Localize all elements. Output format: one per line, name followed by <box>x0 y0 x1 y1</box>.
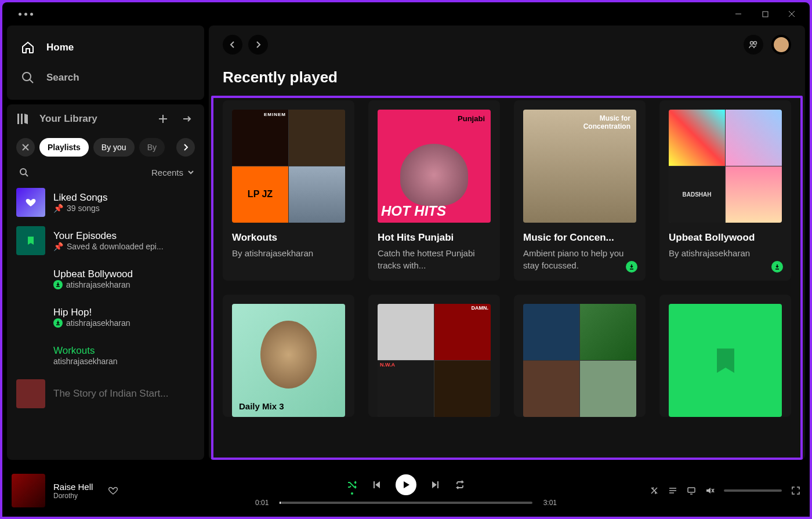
volume-slider[interactable] <box>724 489 782 492</box>
lib-item-meta: atishrajasekharan <box>66 318 130 328</box>
like-button[interactable] <box>108 485 118 496</box>
lib-item-story-indian[interactable]: The Story of Indian Start... <box>12 375 200 413</box>
card-music-concentration[interactable]: Music forConcentration Music for Concen.… <box>514 100 646 281</box>
card-title: Workouts <box>232 232 345 244</box>
progress-bar[interactable] <box>280 502 532 504</box>
lib-item-name: Workouts <box>53 345 195 357</box>
lyrics-button[interactable] <box>650 486 659 495</box>
sidebar: Home Search Your Library <box>7 26 204 460</box>
chips-next-button[interactable] <box>176 138 195 157</box>
downloaded-icon <box>626 261 637 273</box>
chip-playlists[interactable]: Playlists <box>39 138 89 157</box>
card-cover: Daily Mix 3 <box>232 304 345 417</box>
nav-search-label: Search <box>46 72 79 84</box>
card-your-episodes[interactable] <box>659 295 791 417</box>
player-center: 0:01 3:01 <box>209 474 603 507</box>
card-regional-mix[interactable] <box>514 295 646 417</box>
close-button[interactable] <box>778 2 805 26</box>
card-cover: Punjabi HOT HITS <box>378 110 491 223</box>
library-panel: Your Library Playlists By you By <box>7 104 204 460</box>
repeat-button[interactable] <box>455 480 465 490</box>
player-bar: Raise Hell Dorothy 0:01 3:01 <box>2 464 810 517</box>
library-search-button[interactable] <box>16 165 31 180</box>
create-playlist-button[interactable] <box>155 111 171 126</box>
back-button[interactable] <box>223 35 242 55</box>
next-button[interactable] <box>430 480 441 490</box>
shuffle-button[interactable] <box>347 480 357 490</box>
playlist-cover <box>16 379 45 408</box>
downloaded-icon <box>771 261 783 273</box>
topbar-right <box>744 35 791 55</box>
time-total: 3:01 <box>538 499 557 507</box>
lib-item-meta: atishrajasekharan <box>66 280 130 289</box>
lib-item-meta: 39 songs <box>67 204 100 213</box>
friend-activity-button[interactable] <box>744 35 763 55</box>
card-title: Music for Concen... <box>523 232 636 244</box>
expand-library-button[interactable] <box>180 111 195 126</box>
profile-avatar[interactable] <box>771 35 791 55</box>
card-title: Hot Hits Punjabi <box>378 232 491 244</box>
clear-filters-button[interactable] <box>16 138 35 157</box>
lib-item-your-episodes[interactable]: Your Episodes 📌Saved & downloaded epi... <box>12 222 200 260</box>
playlist-cover <box>16 341 45 370</box>
card-hot-hits-punjabi[interactable]: Punjabi HOT HITS Hot Hits Punjabi Catch … <box>368 100 500 281</box>
time-elapsed: 0:01 <box>255 499 274 507</box>
filter-chips: Playlists By you By <box>7 133 204 161</box>
sort-label: Recents <box>151 168 183 177</box>
queue-button[interactable] <box>668 486 677 495</box>
app-window: Home Search Your Library <box>2 2 810 517</box>
liked-songs-cover <box>16 188 45 217</box>
now-playing-artist[interactable]: Dorothy <box>53 492 93 500</box>
previous-button[interactable] <box>371 480 382 490</box>
forward-button[interactable] <box>248 35 268 55</box>
topbar <box>209 26 805 64</box>
minimize-button[interactable] <box>725 2 752 26</box>
play-button[interactable] <box>396 474 416 495</box>
card-upbeat-bollywood[interactable]: BADSHAH Upbeat Bollywood By atishrajasek… <box>659 100 791 281</box>
card-cover: Music forConcentration <box>523 110 636 223</box>
lib-item-name: Hip Hop! <box>53 307 195 318</box>
svg-point-4 <box>23 72 31 81</box>
mute-button[interactable] <box>705 486 715 495</box>
devices-button[interactable] <box>687 486 696 495</box>
card-workouts[interactable]: EMINEM LP JZ Workouts By atishrajasekhar… <box>223 100 354 281</box>
svg-point-12 <box>20 169 26 175</box>
card-mix-hiphop[interactable]: DAMN. N.W.A <box>368 295 500 417</box>
downloaded-icon <box>53 318 63 328</box>
card-cover: EMINEM LP JZ <box>232 110 345 223</box>
fullscreen-button[interactable] <box>791 486 800 495</box>
nav-search[interactable]: Search <box>12 63 200 93</box>
app-menu-button[interactable] <box>7 13 33 16</box>
now-playing-title[interactable]: Raise Hell <box>53 482 93 492</box>
lib-item-hip-hop[interactable]: Hip Hop! atishrajasekharan <box>12 298 200 336</box>
now-playing-cover[interactable] <box>12 474 45 507</box>
library-actions <box>155 111 195 126</box>
library-title-button[interactable]: Your Library <box>16 112 97 126</box>
card-cover <box>523 304 636 417</box>
chip-by[interactable]: By <box>139 138 165 157</box>
svg-rect-7 <box>21 114 23 124</box>
window-controls <box>725 2 805 26</box>
svg-rect-16 <box>688 488 695 492</box>
player-controls <box>347 474 465 495</box>
svg-line-5 <box>30 79 33 83</box>
lib-item-workouts[interactable]: Workouts atishrajasekharan <box>12 336 200 375</box>
lib-item-meta: Saved & downloaded epi... <box>67 242 164 251</box>
main-content: Recently played EMINEM LP JZ Workouts By… <box>209 26 805 460</box>
chip-by-you[interactable]: By you <box>93 138 135 157</box>
nav-panel: Home Search <box>7 26 204 100</box>
library-list[interactable]: Liked Songs 📌39 songs Your Episodes 📌Sav… <box>7 183 204 460</box>
search-icon <box>21 71 35 85</box>
maximize-button[interactable] <box>752 2 778 26</box>
card-daily-mix-3[interactable]: Daily Mix 3 <box>223 295 354 417</box>
nav-home[interactable]: Home <box>12 32 200 63</box>
titlebar <box>2 2 810 26</box>
library-search-row: Recents <box>7 161 204 183</box>
section-title: Recently played <box>209 64 805 96</box>
svg-point-15 <box>754 42 757 45</box>
nav-arrows <box>223 35 268 55</box>
lib-item-liked-songs[interactable]: Liked Songs 📌39 songs <box>12 183 200 222</box>
lib-item-upbeat-bollywood[interactable]: Upbeat Bollywood atishrajasekharan <box>12 260 200 298</box>
sort-recents-button[interactable]: Recents <box>151 168 195 177</box>
playlist-cover <box>16 303 45 332</box>
